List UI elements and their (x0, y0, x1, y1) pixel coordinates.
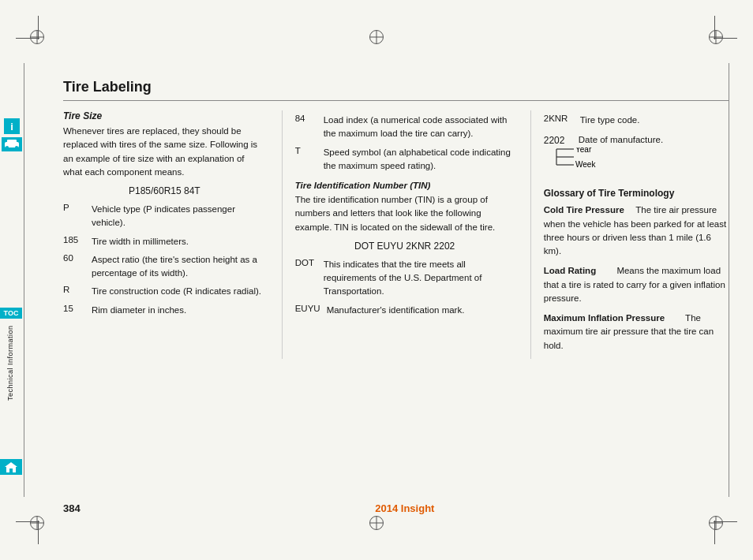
glossary-term-max-inflation: Maximum Inflation Pressure (544, 313, 665, 323)
def-desc-60: Aspect ratio (the tire's section height … (92, 253, 266, 281)
load-speed-definitions: 84 Load index (a numerical code associat… (295, 114, 515, 173)
home-button[interactable] (0, 459, 22, 475)
def-term-2knr: 2KNR (544, 114, 580, 123)
glossary-term-cold-tire: Cold Tire Pressure (544, 205, 624, 215)
mfr-date-term: 2202 (544, 135, 574, 146)
bracket-diagram: Year Week (549, 147, 612, 176)
svg-text:Year: Year (575, 147, 592, 154)
def-term-p: P (63, 203, 92, 212)
dot-example: DOT EUYU 2KNR 2202 (295, 241, 515, 252)
def-row-t: T Speed symbol (an alphabetical code ind… (295, 146, 515, 174)
def-desc-euyu: Manufacturer's identification mark. (327, 304, 515, 317)
column-middle: 84 Load index (a numerical code associat… (282, 110, 515, 359)
def-row-60: 60 Aspect ratio (the tire's section heig… (63, 253, 266, 281)
content-columns: Tire Size Whenever tires are replaced, t… (63, 110, 729, 359)
def-row-dot: DOT This indicates that the tire meets a… (295, 258, 515, 299)
registration-mark-tc (369, 30, 384, 44)
tin-title: Tire Identification Number (TIN) (295, 181, 515, 190)
main-content: Tire Labeling Tire Size Whenever tires a… (63, 79, 729, 497)
def-row-84: 84 Load index (a numerical code associat… (295, 114, 515, 141)
svg-point-2 (6, 146, 9, 149)
registration-mark-br (709, 516, 723, 530)
mfr-date-block: 2202 Date of manufacture. Year (544, 135, 729, 178)
def-desc-t: Speed symbol (an alphabetical code indic… (324, 146, 515, 174)
page-number: 384 (63, 502, 81, 514)
glossary-load-rating: Load Rating Means the maximum load that … (544, 264, 729, 305)
def-term-185: 185 (63, 235, 92, 245)
def-row-185: 185 Tire width in millimeters. (63, 235, 266, 248)
footer-title: 2014 Insight (81, 502, 729, 514)
info-icon[interactable]: i (4, 118, 20, 134)
glossary-title: Glossary of Tire Terminology (544, 188, 729, 199)
mfr-date-bracket: Year Week (549, 147, 729, 178)
tire-code-definitions: 2KNR Tire type code. (544, 114, 729, 127)
page-title: Tire Labeling (63, 79, 729, 101)
svg-marker-4 (5, 462, 17, 472)
def-desc-84: Load index (a numerical code associated … (324, 114, 515, 141)
car-icon (2, 137, 22, 151)
mfr-date-desc: Date of manufacture. (579, 135, 663, 144)
svg-point-3 (15, 146, 18, 149)
tire-definitions: P Vehicle type (P indicates passenger ve… (63, 203, 266, 317)
def-row-r: R Tire construction code (R indicates ra… (63, 285, 266, 298)
def-row-euyu: EUYU Manufacturer's identification mark. (295, 304, 515, 317)
sidebar: i (0, 118, 24, 151)
def-desc-2knr: Tire type code. (580, 114, 729, 127)
glossary-max-inflation: Maximum Inflation Pressure The maximum t… (544, 312, 729, 353)
def-desc-p: Vehicle type (P indicates passenger vehi… (92, 203, 266, 230)
tire-size-title: Tire Size (63, 110, 266, 121)
def-desc-dot: This indicates that the tire meets all r… (324, 258, 515, 299)
def-row-2knr: 2KNR Tire type code. (544, 114, 729, 127)
dot-definitions: DOT This indicates that the tire meets a… (295, 258, 515, 317)
glossary-section: Glossary of Tire Terminology Cold Tire P… (544, 188, 729, 353)
def-row-15: 15 Rim diameter in inches. (63, 304, 266, 317)
glossary-cold-tire: Cold Tire Pressure The tire air pressure… (544, 203, 729, 258)
registration-mark-bl (30, 516, 44, 530)
def-term-dot: DOT (295, 258, 324, 267)
def-term-15: 15 (63, 304, 92, 313)
column-right: 2KNR Tire type code. 2202 Date of manufa… (530, 110, 729, 359)
svg-rect-1 (7, 140, 17, 144)
left-page-rule (24, 63, 24, 497)
page-footer: 384 2014 Insight (63, 502, 729, 514)
glossary-term-load-rating: Load Rating (544, 266, 596, 275)
def-desc-r: Tire construction code (R indicates radi… (92, 285, 266, 298)
def-term-t: T (295, 146, 324, 155)
tin-body: The tire identification number (TIN) is … (295, 193, 515, 234)
tire-size-example: P185/60R15 84T (63, 185, 266, 196)
def-term-60: 60 (63, 253, 92, 263)
tech-info-label: Technical Information (6, 315, 14, 410)
def-term-84: 84 (295, 114, 324, 123)
def-term-r: R (63, 285, 92, 294)
tire-size-body: Whenever tires are replaced, they should… (63, 125, 266, 179)
registration-mark-tl (30, 30, 44, 44)
def-desc-185: Tire width in millimeters. (92, 235, 266, 248)
svg-text:Week: Week (575, 160, 596, 169)
def-desc-15: Rim diameter in inches. (92, 304, 266, 317)
registration-mark-bc (369, 516, 384, 530)
def-row-p: P Vehicle type (P indicates passenger ve… (63, 203, 266, 230)
def-term-euyu: EUYU (295, 304, 327, 313)
column-left: Tire Size Whenever tires are replaced, t… (63, 110, 266, 359)
registration-mark-tr (709, 30, 723, 44)
